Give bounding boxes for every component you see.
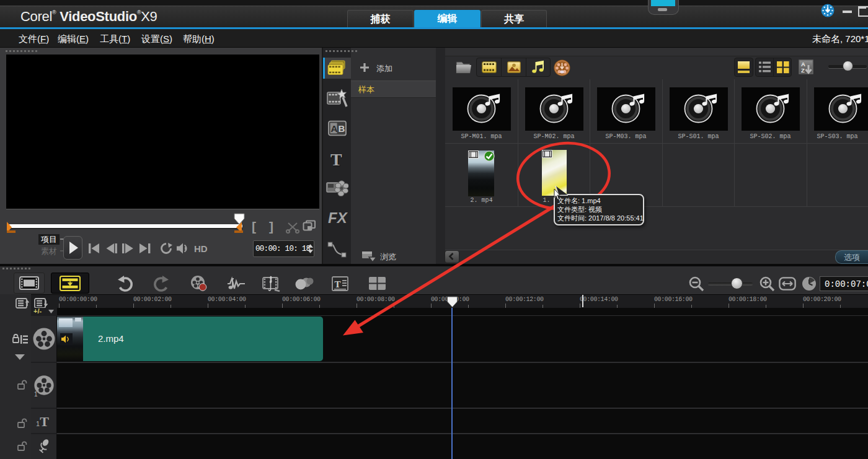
svg-text:B: B xyxy=(338,123,345,134)
svg-text:T: T xyxy=(335,279,341,289)
svg-text:A: A xyxy=(331,123,338,134)
svg-text:Z: Z xyxy=(801,67,805,74)
svg-text:HD: HD xyxy=(194,243,208,254)
